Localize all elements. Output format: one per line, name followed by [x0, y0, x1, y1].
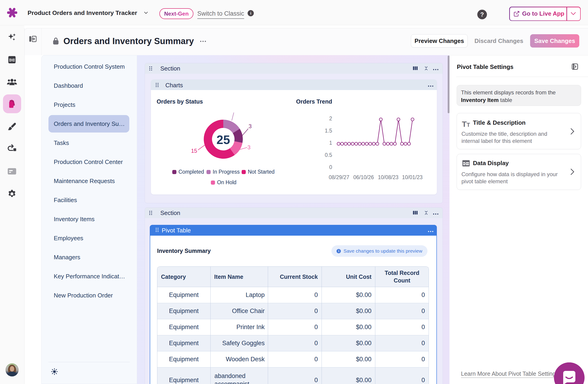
svg-text:3: 3 [249, 123, 252, 129]
svg-text:3: 3 [247, 144, 250, 150]
svg-text:25: 25 [217, 133, 230, 147]
svg-text:15: 15 [191, 148, 197, 154]
